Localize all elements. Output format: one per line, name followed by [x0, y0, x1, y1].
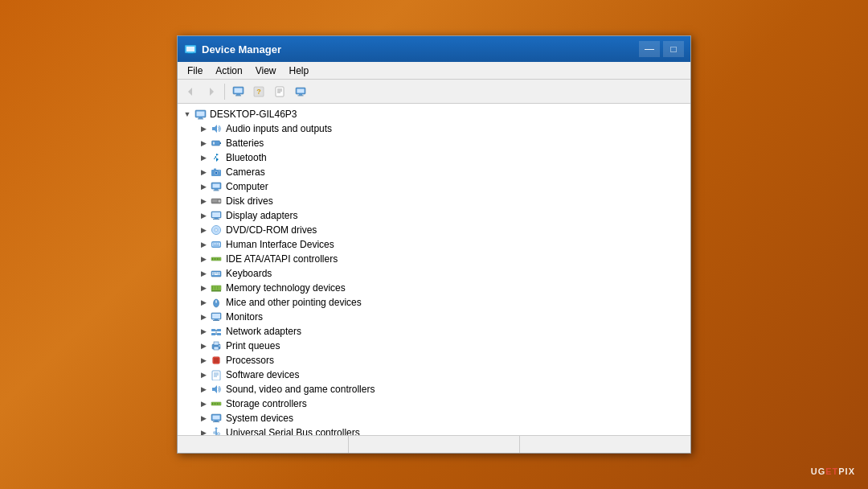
- svg-rect-23: [198, 118, 203, 119]
- cameras-expander[interactable]: ▶: [197, 166, 210, 179]
- svg-rect-51: [213, 244, 214, 244]
- title-bar-left: Device Manager: [184, 43, 281, 55]
- cameras-label: Cameras: [226, 166, 265, 178]
- device-tree[interactable]: ▼ DESKTOP-GIL46P3 ▶ Audio: [178, 104, 690, 435]
- menu-help[interactable]: Help: [283, 64, 316, 78]
- root-expander[interactable]: ▼: [181, 108, 194, 121]
- processors-label: Processors: [226, 355, 274, 366]
- title-bar-controls: — □: [639, 41, 684, 57]
- tree-item-batteries[interactable]: ▶ Batteries: [178, 136, 690, 150]
- storage-icon: [210, 397, 223, 410]
- svg-point-31: [215, 172, 218, 175]
- svg-rect-97: [214, 358, 219, 363]
- status-section-2: [349, 436, 520, 453]
- dvd-icon: [210, 224, 223, 236]
- computer-button[interactable]: [228, 82, 248, 101]
- tree-item-display[interactable]: ▶ Display adapters: [178, 208, 690, 223]
- tree-item-bluetooth[interactable]: ▶ Bluetooth: [178, 150, 690, 165]
- svg-rect-57: [212, 258, 213, 260]
- dvd-expander[interactable]: ▶: [197, 224, 210, 236]
- tree-item-network[interactable]: ▶ Network adapters: [178, 324, 690, 339]
- svg-rect-33: [219, 171, 220, 171]
- tree-root[interactable]: ▼ DESKTOP-GIL46P3: [178, 107, 690, 121]
- mice-expander[interactable]: ▶: [197, 296, 210, 309]
- svg-point-95: [219, 345, 220, 347]
- svg-rect-69: [215, 274, 219, 276]
- print-expander[interactable]: ▶: [197, 339, 210, 352]
- tree-item-usb[interactable]: ▶ Universal Serial Bus controllers: [178, 425, 690, 435]
- print-icon: [210, 339, 223, 352]
- bluetooth-label: Bluetooth: [226, 152, 267, 163]
- watermark: UGETPIX: [811, 466, 855, 476]
- root-label: DESKTOP-GIL46P3: [210, 109, 297, 120]
- svg-rect-117: [214, 403, 215, 405]
- tree-item-dvd[interactable]: ▶ DVD/CD-ROM drives: [178, 223, 690, 237]
- processors-expander[interactable]: ▶: [197, 354, 210, 367]
- mice-icon: [210, 296, 223, 309]
- status-section-1: [178, 436, 349, 453]
- disk-expander[interactable]: ▶: [197, 195, 210, 208]
- tree-item-cameras[interactable]: ▶ Cameras: [178, 165, 690, 179]
- help-button[interactable]: ?: [249, 82, 268, 101]
- svg-rect-68: [212, 274, 214, 276]
- svg-line-28: [214, 157, 216, 159]
- keyboards-expander[interactable]: ▶: [197, 267, 210, 280]
- dvd-label: DVD/CD-ROM drives: [226, 224, 317, 236]
- tree-item-mice[interactable]: ▶ Mice and other pointing devices: [178, 295, 690, 310]
- properties-button[interactable]: [270, 82, 289, 101]
- toolbar-sep-1: [224, 84, 225, 100]
- software-icon: [210, 368, 223, 381]
- network-expander[interactable]: ▶: [197, 325, 210, 338]
- usb-label: Universal Serial Bus controllers: [226, 427, 360, 435]
- batteries-expander[interactable]: ▶: [197, 137, 210, 150]
- display-expander[interactable]: ▶: [197, 209, 210, 222]
- back-button[interactable]: [181, 82, 200, 101]
- mice-label: Mice and other pointing devices: [226, 297, 362, 308]
- menu-view[interactable]: View: [249, 64, 283, 78]
- audio-label: Audio inputs and outputs: [226, 123, 332, 134]
- usb-expander[interactable]: ▶: [197, 426, 210, 435]
- svg-rect-120: [219, 403, 219, 405]
- tree-item-monitors[interactable]: ▶ Monitors: [178, 310, 690, 324]
- sound-expander[interactable]: ▶: [197, 383, 210, 396]
- software-expander[interactable]: ▶: [197, 368, 210, 381]
- tree-item-hid[interactable]: ▶ Human Interface Devices: [178, 237, 690, 252]
- svg-rect-36: [215, 189, 219, 191]
- tree-item-audio[interactable]: ▶ Audio inputs and outputs: [178, 121, 690, 136]
- tree-item-computer[interactable]: ▶ Computer: [178, 179, 690, 194]
- monitors-expander[interactable]: ▶: [197, 310, 210, 323]
- tree-item-processors[interactable]: ▶ Proces: [178, 353, 690, 368]
- tree-item-memory[interactable]: ▶ Memory technology devices: [178, 281, 690, 295]
- menu-action[interactable]: Action: [209, 64, 248, 78]
- monitor-button[interactable]: [291, 82, 310, 101]
- computer-icon: [210, 180, 223, 193]
- forward-button[interactable]: [202, 82, 221, 101]
- tree-item-print[interactable]: ▶ Print queues: [178, 339, 690, 353]
- memory-expander[interactable]: ▶: [197, 281, 210, 294]
- tree-item-sound[interactable]: ▶ Sound, video and game controllers: [178, 382, 690, 397]
- audio-expander[interactable]: ▶: [197, 122, 210, 135]
- system-expander[interactable]: ▶: [197, 412, 210, 425]
- watermark-accent: ET: [825, 466, 838, 476]
- maximize-button[interactable]: □: [663, 41, 684, 57]
- bluetooth-expander[interactable]: ▶: [197, 151, 210, 164]
- tree-item-keyboards[interactable]: ▶ Keyboards: [178, 266, 690, 281]
- ide-expander[interactable]: ▶: [197, 253, 210, 265]
- audio-icon: [210, 122, 223, 135]
- menu-file[interactable]: File: [181, 64, 209, 78]
- tree-item-disk[interactable]: ▶ Disk drives: [178, 194, 690, 208]
- computer-expander[interactable]: ▶: [197, 180, 210, 193]
- app-icon: [184, 43, 197, 55]
- svg-rect-32: [214, 169, 216, 171]
- network-icon: [210, 325, 223, 338]
- svg-rect-82: [212, 314, 220, 318]
- minimize-button[interactable]: —: [639, 41, 660, 57]
- tree-item-storage[interactable]: ▶ Storage controllers: [178, 397, 690, 411]
- storage-expander[interactable]: ▶: [197, 397, 210, 410]
- svg-point-47: [215, 229, 218, 232]
- hid-expander[interactable]: ▶: [197, 238, 210, 251]
- device-manager-window: Device Manager — □ File Action View Help: [177, 35, 691, 454]
- tree-item-system[interactable]: ▶ System devices: [178, 411, 690, 425]
- tree-item-ide[interactable]: ▶ IDE ATA/ATAPI controllers: [178, 252, 690, 266]
- tree-item-software[interactable]: ▶ Software devices: [178, 368, 690, 382]
